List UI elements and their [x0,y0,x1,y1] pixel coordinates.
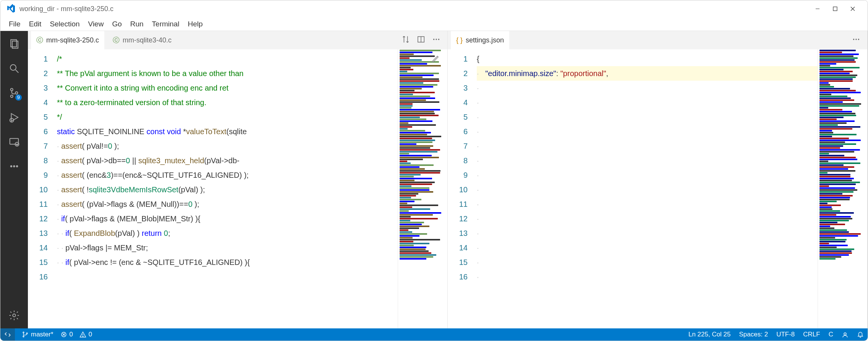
svg-point-15 [13,166,15,167]
svg-point-9 [11,95,13,97]
problems-indicator[interactable]: 0 0 [60,331,92,338]
remote-indicator[interactable] [0,328,15,341]
code-2[interactable]: {· "editor.minimap.size": "proportional"… [473,49,818,328]
tab-settings-json[interactable]: { } settings.json [451,31,509,49]
editor-group-1: ⓒ mm-sqlite3-250.c ⓒ mm-sqlite3-40.c [28,31,448,328]
editor-group-2: { } settings.json 1234567891011121314151… [448,31,868,328]
window: working_dir - mm-sqlite3-250.c File Edit… [0,0,868,341]
close-button[interactable] [844,3,862,15]
svg-point-14 [10,166,12,167]
more-icon[interactable] [6,158,23,175]
modified-pencil-icon [431,54,440,65]
minimap-2[interactable] [818,49,867,328]
branch-name: master* [31,331,53,338]
tab-label: settings.json [466,36,504,44]
activity-bar: 9 [0,31,28,328]
svg-point-22 [438,39,439,40]
svg-point-8 [11,88,13,91]
warning-count: 0 [89,331,92,338]
svg-point-23 [853,39,854,40]
explorer-icon[interactable] [6,36,23,52]
svg-point-28 [26,333,28,334]
cursor-position[interactable]: Ln 225, Col 25 [688,331,731,338]
scm-badge: 9 [15,94,22,101]
compare-changes-icon[interactable] [402,35,410,45]
encoding-indicator[interactable]: UTF-8 [776,331,795,338]
search-icon[interactable] [6,60,23,77]
window-title: working_dir - mm-sqlite3-250.c [19,5,113,13]
tabs-group-2: { } settings.json [448,31,867,49]
vscode-logo-icon [6,4,16,13]
bell-icon[interactable] [857,331,864,338]
c-file-icon: ⓒ [36,36,43,45]
tab-label: mm-sqlite3-40.c [123,36,172,44]
menu-run[interactable]: Run [126,18,147,30]
svg-rect-12 [10,138,19,144]
language-indicator[interactable]: C [829,331,833,338]
run-debug-icon[interactable] [6,109,23,126]
menubar: File Edit Selection View Go Run Terminal… [0,17,868,31]
menu-selection[interactable]: Selection [46,18,83,30]
svg-point-33 [83,336,83,336]
split-editor-icon[interactable] [417,35,425,45]
menu-edit[interactable]: Edit [25,18,45,30]
maximize-button[interactable] [826,3,844,15]
c-file-icon: ⓒ [113,36,120,45]
svg-line-7 [16,70,19,73]
json-file-icon: { } [456,36,463,44]
menu-help[interactable]: Help [184,18,206,30]
menu-file[interactable]: File [5,18,24,30]
tabs-group-1: ⓒ mm-sqlite3-250.c ⓒ mm-sqlite3-40.c [28,31,447,49]
gutter-2: 12345678910111213141516 [448,49,473,328]
remote-explorer-icon[interactable] [6,133,23,150]
gutter-1: 12345678910111213141516 [28,49,53,328]
code-editor-2[interactable]: 12345678910111213141516 {· "editor.minim… [448,49,867,328]
source-control-icon[interactable]: 9 [6,84,23,101]
svg-point-24 [855,39,857,40]
menu-terminal[interactable]: Terminal [148,18,183,30]
svg-point-16 [16,166,18,167]
svg-point-20 [433,39,434,40]
menu-view[interactable]: View [84,18,108,30]
main: 9 ⓒ mm-sqlite3-250.c ⓒ mm-sqlite3-4 [0,31,868,328]
code-1[interactable]: /*** The pVal argument is known to be a … [53,49,398,328]
svg-point-6 [10,65,16,70]
editor-groups: ⓒ mm-sqlite3-250.c ⓒ mm-sqlite3-40.c [28,31,868,328]
more-actions-icon[interactable] [432,35,440,45]
more-actions-icon[interactable] [852,35,860,45]
indent-indicator[interactable]: Spaces: 2 [739,331,768,338]
tab-label: mm-sqlite3-250.c [46,36,99,44]
branch-indicator[interactable]: master* [22,331,53,338]
tab-mm-sqlite3-40[interactable]: ⓒ mm-sqlite3-40.c [107,31,177,49]
svg-point-17 [13,314,16,317]
svg-point-27 [23,336,24,337]
menu-go[interactable]: Go [108,18,125,30]
minimap-1[interactable] [398,49,447,328]
settings-gear-icon[interactable] [6,307,23,324]
svg-point-21 [436,39,437,40]
titlebar: working_dir - mm-sqlite3-250.c [0,0,868,17]
statusbar: master* 0 0 Ln 225, Col 25 Spaces: 2 UTF… [0,328,868,341]
tab-mm-sqlite3-250[interactable]: ⓒ mm-sqlite3-250.c [31,31,104,49]
svg-point-25 [858,39,859,40]
svg-point-10 [15,92,18,94]
code-editor-1[interactable]: 12345678910111213141516 /*** The pVal ar… [28,49,447,328]
minimize-button[interactable] [809,3,826,15]
svg-rect-1 [833,7,837,11]
svg-point-34 [844,333,846,335]
eol-indicator[interactable]: CRLF [803,331,820,338]
svg-point-26 [23,332,24,333]
error-count: 0 [70,331,73,338]
feedback-icon[interactable] [842,331,849,338]
